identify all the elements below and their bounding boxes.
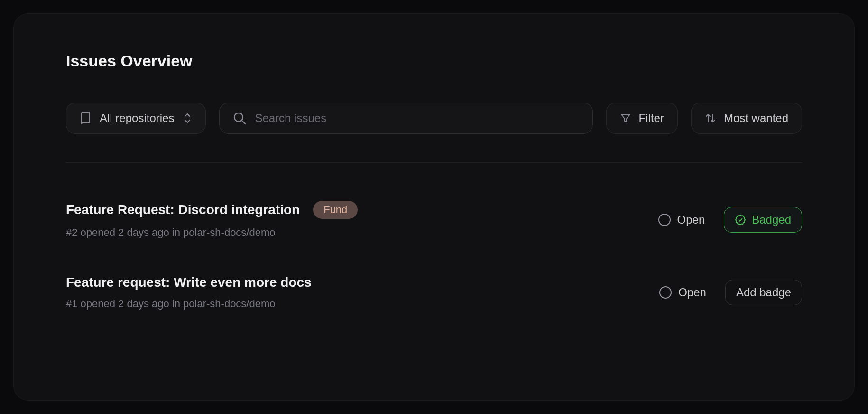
toolbar: All repositories xyxy=(66,103,802,134)
add-badge-button[interactable]: Add badge xyxy=(725,280,802,305)
issue-meta: #2 opened 2 days ago in polar-sh-docs/de… xyxy=(66,226,358,239)
issue-meta: #1 opened 2 days ago in polar-sh-docs/de… xyxy=(66,298,312,310)
issue-info: Feature request: Write even more docs #1… xyxy=(66,275,312,310)
issue-row: Feature Request: Discord integration Fun… xyxy=(66,191,802,260)
issue-actions: Open Add badge xyxy=(659,280,802,305)
issues-panel: Issues Overview All repositories xyxy=(13,13,855,401)
issue-info: Feature Request: Discord integration Fun… xyxy=(66,201,358,239)
badge-label: Add badge xyxy=(736,286,791,299)
issue-title[interactable]: Feature request: Write even more docs xyxy=(66,275,312,290)
filter-label: Filter xyxy=(639,112,664,125)
chevron-up-down-icon xyxy=(183,112,192,124)
funnel-icon xyxy=(620,113,631,124)
svg-line-1 xyxy=(242,121,245,124)
status-label: Open xyxy=(678,286,706,299)
badge-label: Badged xyxy=(752,213,791,226)
page-title: Issues Overview xyxy=(66,52,802,70)
search-icon xyxy=(233,112,246,125)
issue-title-line: Feature Request: Discord integration Fun… xyxy=(66,201,358,219)
issue-status: Open xyxy=(659,286,706,299)
sort-label: Most wanted xyxy=(724,112,788,125)
circle-icon xyxy=(658,214,671,226)
issue-title-line: Feature request: Write even more docs xyxy=(66,275,312,290)
repository-select[interactable]: All repositories xyxy=(66,103,206,134)
book-icon xyxy=(80,112,91,125)
issue-status: Open xyxy=(658,213,705,226)
verified-badge-icon xyxy=(735,214,746,226)
issue-actions: Open Badged xyxy=(658,207,802,233)
repository-select-label: All repositories xyxy=(100,112,174,125)
circle-icon xyxy=(659,286,672,299)
issue-title[interactable]: Feature Request: Discord integration xyxy=(66,202,300,217)
fund-tag[interactable]: Fund xyxy=(313,201,358,219)
filter-button[interactable]: Filter xyxy=(606,103,678,134)
badged-button[interactable]: Badged xyxy=(724,207,802,233)
search-field[interactable] xyxy=(219,103,592,134)
sort-button[interactable]: Most wanted xyxy=(691,103,802,134)
status-label: Open xyxy=(677,213,705,226)
issue-row: Feature request: Write even more docs #1… xyxy=(66,260,802,331)
search-input[interactable] xyxy=(255,112,579,125)
divider xyxy=(66,162,802,163)
issues-list: Feature Request: Discord integration Fun… xyxy=(66,191,802,331)
sort-arrows-icon xyxy=(705,113,716,124)
